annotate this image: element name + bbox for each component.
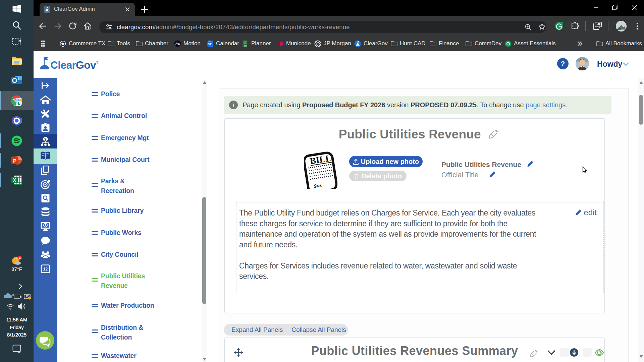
svg-text:12: 12 bbox=[43, 267, 48, 272]
svg-text:31: 31 bbox=[208, 43, 211, 46]
svg-text:4: 4 bbox=[19, 256, 21, 260]
svg-text:$: $ bbox=[44, 137, 47, 142]
svg-text:P: P bbox=[13, 158, 16, 164]
svg-text:X: X bbox=[13, 177, 16, 183]
